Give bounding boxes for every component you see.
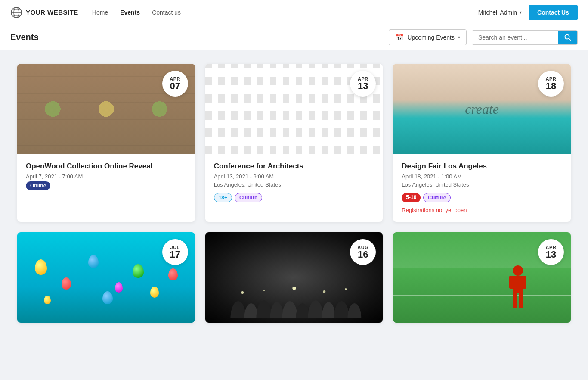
subheader: Events 📅 Upcoming Events ▾: [0, 25, 588, 50]
card-title-1: OpenWood Collection Online Reveal: [26, 162, 186, 171]
card-note-3: Registrations not yet open: [402, 207, 562, 213]
date-day-1: 07: [170, 81, 180, 91]
date-badge-3: APR 18: [538, 71, 564, 97]
svg-point-7: [230, 301, 246, 318]
subheader-controls: 📅 Upcoming Events ▾: [389, 29, 578, 45]
card-image-wrap-5: AUG 16: [205, 232, 383, 323]
card-tags-1: Online: [26, 181, 186, 190]
search-input[interactable]: [472, 31, 558, 44]
card-body-2: Conference for Architects April 13, 2021…: [205, 154, 383, 215]
main-content: APR 07 OpenWood Collection Online Reveal…: [0, 50, 588, 336]
contact-button[interactable]: Contact Us: [529, 5, 578, 20]
date-badge-4: JUL 17: [162, 239, 188, 265]
date-badge-1: APR 07: [162, 71, 188, 97]
globe-icon: [10, 6, 22, 19]
calendar-icon: 📅: [395, 33, 404, 41]
date-day-4: 17: [170, 250, 180, 259]
nav-home[interactable]: Home: [92, 9, 108, 16]
tag-culture-2: Culture: [235, 193, 262, 202]
card-datetime-1: April 7, 2021 - 7:00 AM: [26, 173, 186, 180]
svg-point-16: [347, 303, 361, 318]
event-card-1[interactable]: APR 07 OpenWood Collection Online Reveal…: [17, 64, 195, 222]
svg-line-6: [569, 38, 571, 40]
search-bar: [472, 30, 578, 45]
svg-point-20: [323, 290, 325, 293]
card-image-wrap-4: JUL 17: [17, 232, 195, 323]
svg-point-12: [296, 303, 309, 318]
navbar-right: Mitchell Admin ▾ Contact Us: [478, 5, 578, 20]
nav-links: Home Events Contact us: [92, 9, 478, 16]
event-card-6[interactable]: APR 13: [393, 232, 571, 323]
event-card-3[interactable]: create APR 18 Design Fair Los Angeles Ap…: [393, 64, 571, 222]
tag-18plus-2: 18+: [214, 193, 232, 202]
tag-5-10-3: 5-10: [402, 193, 421, 202]
card-body-3: Design Fair Los Angeles April 18, 2021 -…: [393, 154, 571, 222]
crowd-svg: [205, 284, 383, 318]
date-day-5: 16: [358, 250, 368, 259]
svg-point-21: [345, 288, 347, 290]
card-tags-2: 18+ Culture: [214, 193, 374, 202]
date-badge-6: APR 13: [538, 239, 564, 265]
card-datetime-2: April 13, 2021 - 9:00 AM: [214, 173, 374, 180]
card-location-3: Los Angeles, United States: [402, 181, 562, 188]
date-day-6: 13: [546, 250, 556, 259]
tag-online-1: Online: [26, 181, 50, 190]
card-location-2: Los Angeles, United States: [214, 181, 374, 188]
svg-point-22: [513, 265, 523, 276]
nav-events[interactable]: Events: [120, 9, 140, 16]
date-badge-2: APR 13: [350, 71, 376, 97]
event-card-2[interactable]: APR 13 Conference for Architects April 1…: [205, 64, 383, 222]
page-title: Events: [10, 32, 389, 42]
filter-chevron-icon: ▾: [458, 35, 460, 40]
svg-point-18: [263, 290, 265, 291]
card-title-2: Conference for Architects: [214, 162, 374, 171]
events-filter-label: Upcoming Events: [407, 34, 455, 41]
card-body-1: OpenWood Collection Online Reveal April …: [17, 154, 195, 202]
user-chevron-icon: ▾: [520, 10, 522, 15]
nav-contact[interactable]: Contact us: [152, 9, 181, 16]
user-dropdown[interactable]: Mitchell Admin ▾: [478, 9, 522, 16]
user-name: Mitchell Admin: [478, 9, 517, 16]
card-datetime-3: April 18, 2021 - 1:00 AM: [402, 173, 562, 180]
date-day-3: 18: [546, 81, 556, 91]
events-grid: APR 07 OpenWood Collection Online Reveal…: [17, 64, 571, 323]
brand: YOUR WEBSITE: [10, 6, 78, 19]
search-button[interactable]: [558, 31, 577, 44]
card-tags-3: 5-10 Culture: [402, 193, 562, 202]
date-badge-5: AUG 16: [350, 239, 376, 265]
card-image-wrap-6: APR 13: [393, 232, 571, 323]
svg-point-11: [282, 301, 297, 318]
search-icon: [564, 34, 571, 41]
tag-culture-3: Culture: [423, 193, 451, 202]
navbar: YOUR WEBSITE Home Events Contact us Mitc…: [0, 0, 588, 25]
events-filter-dropdown[interactable]: 📅 Upcoming Events ▾: [389, 29, 467, 45]
card-image-wrap-3: create APR 18: [393, 64, 571, 154]
svg-point-10: [270, 302, 284, 318]
card-title-3: Design Fair Los Angeles: [402, 162, 562, 171]
svg-rect-27: [519, 293, 523, 308]
svg-point-17: [241, 291, 244, 294]
card-image-wrap-1: APR 07: [17, 64, 195, 154]
svg-rect-25: [521, 276, 526, 289]
player-svg: [501, 262, 535, 314]
svg-rect-24: [509, 276, 514, 289]
svg-point-14: [322, 302, 335, 318]
brand-name: YOUR WEBSITE: [26, 9, 78, 16]
svg-point-13: [308, 300, 323, 318]
event-card-4[interactable]: JUL 17: [17, 232, 195, 323]
svg-point-9: [256, 300, 272, 318]
event-card-5[interactable]: AUG 16: [205, 232, 383, 323]
card-image-wrap-2: APR 13: [205, 64, 383, 154]
svg-rect-26: [513, 293, 517, 308]
svg-point-15: [334, 301, 349, 318]
date-day-2: 13: [358, 81, 368, 91]
svg-point-19: [292, 287, 296, 290]
svg-point-8: [244, 303, 258, 318]
